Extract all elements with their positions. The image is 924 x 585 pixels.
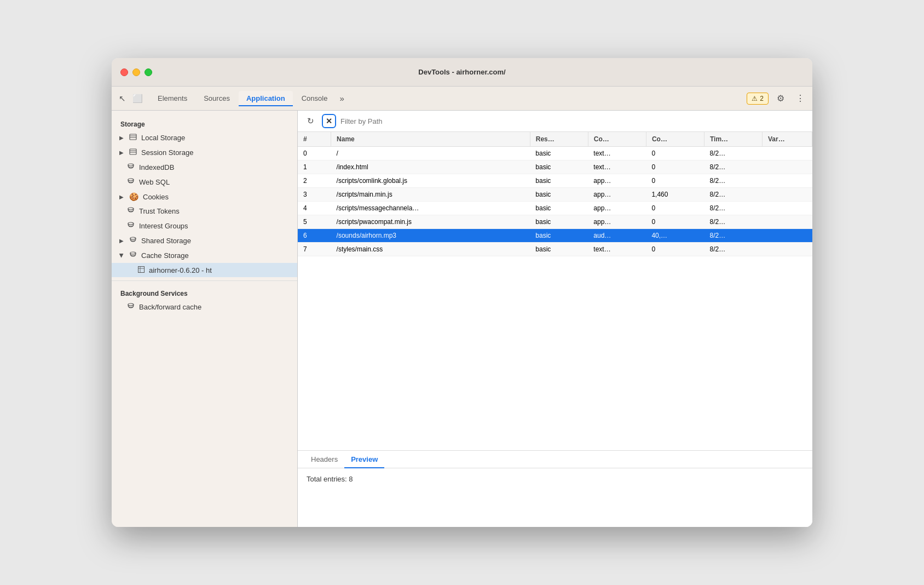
settings-button[interactable]: ⚙ [773, 91, 788, 106]
bottom-panel: Headers Preview Total entries: 8 [298, 450, 812, 527]
devtools-window: DevTools - airhorner.com/ ↖ ⬜ Elements S… [112, 58, 812, 527]
sidebar-item-interest-groups[interactable]: Interest Groups [112, 219, 297, 233]
col-co2: Co… [646, 132, 704, 147]
traffic-lights [120, 68, 152, 76]
cache-storage-icon [129, 251, 137, 260]
tab-headers[interactable]: Headers [304, 451, 344, 468]
data-table: # Name Res… Co… Co… Tim… Var… 0/basictex… [298, 132, 812, 450]
table-cell-4: 0 [646, 147, 704, 160]
table-cell-4: 0 [646, 160, 704, 174]
table-cell-3: text… [588, 160, 646, 174]
tab-preview[interactable]: Preview [344, 451, 384, 468]
svg-point-11 [130, 252, 136, 254]
warning-count: 2 [760, 95, 764, 102]
table-cell-3: app… [588, 202, 646, 215]
table-cell-0: 0 [298, 147, 331, 160]
expand-arrow-icon: ▶ [119, 194, 124, 200]
tabbar-icons: ↖ ⬜ [116, 93, 143, 105]
main-layout: Storage ▶ Local Storage ▶ [112, 111, 812, 527]
sidebar-item-session-storage[interactable]: ▶ Session Storage [112, 145, 297, 160]
sidebar-item-shared-storage[interactable]: ▶ Shared Storage [112, 233, 297, 248]
maximize-button[interactable] [145, 68, 152, 76]
table-cell-2: basic [530, 229, 588, 243]
table-cell-3: app… [588, 188, 646, 202]
window-title: DevTools - airhorner.com/ [418, 68, 505, 76]
content-area: ↻ ✕ # Name Res… Co… Co… Tim… V [298, 111, 812, 527]
svg-rect-0 [130, 134, 136, 140]
table-row[interactable]: 6/sounds/airhorn.mp3basicaud…40,…8/2… [298, 229, 812, 243]
table-cell-0: 3 [298, 188, 331, 202]
table-cell-6 [763, 174, 812, 188]
tab-elements[interactable]: Elements [150, 91, 195, 106]
sidebar-item-cache-storage[interactable]: ▶ Cache Storage [112, 248, 297, 263]
sidebar-item-indexeddb[interactable]: IndexedDB [112, 160, 297, 175]
sidebar-item-local-storage[interactable]: ▶ Local Storage [112, 130, 297, 145]
table-row[interactable]: 3/scripts/main.min.jsbasicapp…1,4608/2… [298, 188, 812, 202]
total-entries: Total entries: 8 [307, 475, 353, 483]
web-sql-label: Web SQL [139, 178, 170, 186]
bottom-tabs: Headers Preview [298, 451, 812, 468]
col-tim: Tim… [704, 132, 762, 147]
table-row[interactable]: 5/scripts/pwacompat.min.jsbasicapp…08/2… [298, 215, 812, 229]
sidebar-item-back-forward-cache[interactable]: Back/forward cache [112, 300, 297, 314]
table-row[interactable]: 7/styles/main.cssbasictext…08/2… [298, 243, 812, 256]
session-storage-label: Session Storage [141, 148, 193, 157]
table-cell-1: /styles/main.css [331, 243, 530, 256]
svg-point-10 [130, 237, 136, 239]
warning-badge[interactable]: ⚠ 2 [747, 93, 769, 105]
svg-point-9 [128, 222, 134, 225]
expand-arrow-icon: ▶ [119, 150, 124, 156]
table-row[interactable]: 1/index.htmlbasictext…08/2… [298, 160, 812, 174]
interest-groups-icon [127, 221, 135, 231]
table-cell-1: /sounds/airhorn.mp3 [331, 229, 530, 243]
col-name: Name [331, 132, 530, 147]
table-cell-3: text… [588, 243, 646, 256]
table-cell-5: 8/2… [704, 147, 762, 160]
cache-storage-label: Cache Storage [141, 251, 189, 260]
table-cell-0: 5 [298, 215, 331, 229]
cursor-icon[interactable]: ↖ [116, 93, 128, 105]
table-cell-1: /index.html [331, 160, 530, 174]
local-storage-label: Local Storage [141, 134, 185, 142]
clear-button[interactable]: ✕ [322, 114, 336, 128]
table-row[interactable]: 0/basictext…08/2… [298, 147, 812, 160]
col-res: Res… [530, 132, 588, 147]
sidebar-item-web-sql[interactable]: Web SQL [112, 175, 297, 190]
back-forward-cache-icon [127, 302, 135, 312]
table-cell-5: 8/2… [704, 174, 762, 188]
expand-arrow-icon: ▶ [119, 238, 124, 244]
col-num: # [298, 132, 331, 147]
table-cell-5: 8/2… [704, 188, 762, 202]
svg-rect-3 [130, 149, 136, 154]
filter-input[interactable] [340, 117, 807, 125]
refresh-button[interactable]: ↻ [303, 114, 317, 128]
tab-application[interactable]: Application [239, 91, 293, 106]
table-cell-0: 6 [298, 229, 331, 243]
table-cell-3: app… [588, 215, 646, 229]
table-cell-6 [763, 215, 812, 229]
background-services-label: Background Services [112, 284, 297, 300]
table-row[interactable]: 4/scripts/messagechannela…basicapp…08/2… [298, 202, 812, 215]
titlebar: DevTools - airhorner.com/ [112, 58, 812, 87]
table-cell-5: 8/2… [704, 215, 762, 229]
more-options-button[interactable]: ⋮ [793, 91, 808, 106]
sidebar-item-trust-tokens[interactable]: Trust Tokens [112, 204, 297, 219]
sidebar-item-cookies[interactable]: ▶ 🍪 Cookies [112, 190, 297, 204]
cache-entry-icon [138, 266, 145, 274]
table-cell-1: /scripts/pwacompat.min.js [331, 215, 530, 229]
table-cell-5: 8/2… [704, 243, 762, 256]
tab-sources[interactable]: Sources [196, 91, 238, 106]
table-row[interactable]: 2/scripts/comlink.global.jsbasicapp…08/2… [298, 174, 812, 188]
minimize-button[interactable] [132, 68, 140, 76]
svg-point-15 [128, 303, 134, 306]
table-cell-1: /scripts/comlink.global.js [331, 174, 530, 188]
table-cell-1: / [331, 147, 530, 160]
inspect-icon[interactable]: ⬜ [131, 93, 143, 105]
cookies-label: Cookies [143, 193, 169, 201]
more-tabs-button[interactable]: » [336, 91, 347, 105]
table-cell-6 [763, 243, 812, 256]
close-button[interactable] [120, 68, 128, 76]
table-cell-1: /scripts/main.min.js [331, 188, 530, 202]
tab-console[interactable]: Console [294, 91, 336, 106]
sidebar-item-cache-entry[interactable]: airhorner-0.6.20 - ht [112, 263, 297, 277]
